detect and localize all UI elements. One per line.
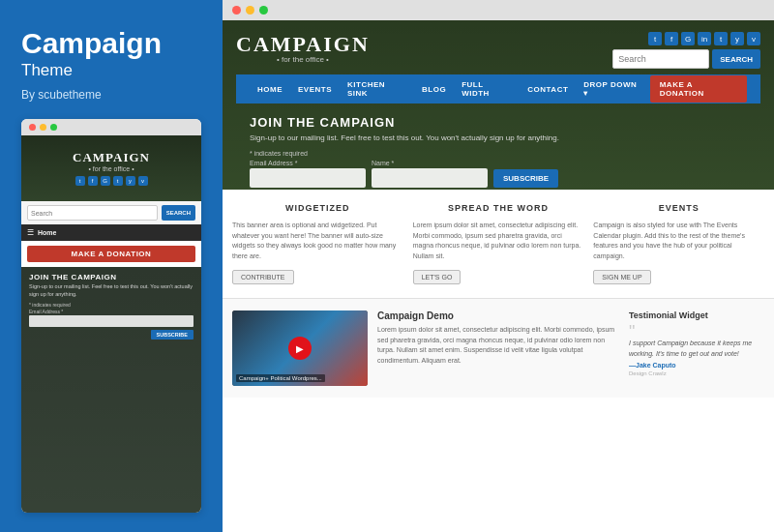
mini-dot-yellow [40,124,46,131]
mini-social-google[interactable]: G [101,176,110,186]
site-header-inner: CAMPAIGN • for the office • t f G in t y… [223,20,774,190]
mini-hamburger-icon[interactable]: ☰ [27,228,34,237]
site-social-linkedin[interactable]: in [698,32,711,45]
mini-nav-home[interactable]: Home [38,229,56,236]
site-name-label: Name * [372,160,488,166]
mini-social-facebook[interactable]: f [88,176,98,186]
site-social-tumblr2[interactable]: t [714,32,728,45]
site-donate-button[interactable]: MAKE A DONATION [650,75,747,103]
site-nav-home[interactable]: HOME [250,79,290,100]
site-logo-area: CAMPAIGN • for the office • [236,32,370,64]
demo-title: Campaign Demo [377,310,619,321]
mini-campaign-title: CAMPAIGN [29,150,194,165]
mini-search-row: SEARCH [21,201,201,224]
site-header: CAMPAIGN • for the office • t f G in t y… [223,20,774,190]
mini-email-label: Email Address * [29,309,194,314]
testimonial-col: Testimonial Widget " I support Campaign … [629,310,764,386]
col-widgetized-title: WIDGETIZED [232,203,403,213]
site-top-right: t f G in t y v SEARCH [612,32,760,69]
browser-toolbar [223,0,774,20]
col-events-btn[interactable]: SIGN ME UP [593,270,650,284]
demo-text: Lorem ipsum dolor sit amet, consectetur … [377,325,619,366]
site-form-row: Email Address * Name * SUBSCRIBE [250,160,747,188]
site-nav-events[interactable]: EVENTS [290,79,340,100]
col-events-title: EVENTS [593,203,764,213]
col-events: EVENTS Campaign is also styled for use w… [593,203,764,284]
mini-browser-bar [21,119,201,135]
website-mockup: CAMPAIGN • for the office • t f G in t y… [223,20,774,532]
site-nav: HOME EVENTS KITCHEN SINK BLOG FULL WIDTH… [236,74,760,103]
mini-donate-button[interactable]: MAKE A DONATION [27,246,195,262]
testimonial-quote: I support Campaign because it keeps me w… [629,339,764,359]
mini-nav-row: ☰ Home [21,224,201,241]
mini-subscribe-button[interactable]: SUBSCRIBE [151,330,194,340]
site-nav-dropdown[interactable]: DROP DOWN ▾ [576,74,649,103]
mini-email-input[interactable] [29,315,194,327]
mini-social-icons: t f G t y v [29,176,194,186]
right-panel: CAMPAIGN • for the office • t f G in t y… [223,0,774,532]
mini-search-input[interactable] [27,205,158,221]
mini-hero-section: JOIN THE CAMPAIGN Sign-up to our mailing… [21,267,201,513]
video-label: Campaign+ Political Wordpres... [236,374,325,382]
site-name-input[interactable] [372,168,488,188]
bottom-section: ▶ Campaign+ Political Wordpres... Campai… [223,299,774,398]
site-social-vimeo[interactable]: v [747,32,760,45]
left-title: Campaign [21,27,201,59]
mini-social-twitter[interactable]: t [75,176,85,186]
design-crawl-label: Design Crawlz [629,370,764,376]
col-spread-btn[interactable]: LET'S GO [413,270,461,284]
col-spread-title: SPREAD THE WORD [413,203,584,213]
site-social-google[interactable]: G [681,32,695,45]
site-hero: JOIN THE CAMPAIGN Sign-up to our mailing… [236,103,760,190]
col-spread-text: Lorem ipsum dolor sit amet, consectetur … [413,221,584,261]
site-form-required: * indicates required [250,150,747,157]
site-campaign-title: CAMPAIGN [236,32,370,57]
browser-dot-yellow [246,6,254,15]
site-top-row: CAMPAIGN • for the office • t f G in t y… [236,32,760,69]
mini-join-text: Sign-up to our mailing list. Feel free t… [29,283,194,298]
site-nav-kitchen[interactable]: KITCHEN SINK [340,74,414,103]
site-name-field: Name * [372,160,488,188]
site-nav-contact[interactable]: CONTACT [520,79,576,100]
site-nav-fullwidth[interactable]: FULL WIDTH [454,74,520,103]
mini-social-vimeo[interactable]: v [138,176,148,186]
site-email-input[interactable] [250,168,366,188]
col-widgetized: WIDGETIZED This banner area is optional … [232,203,403,284]
quote-open-icon: " [629,325,764,339]
site-social-youtube[interactable]: y [730,32,744,45]
site-join-text: Sign-up to our mailing list. Feel free t… [250,133,747,144]
site-search-button[interactable]: SEARCH [712,49,760,69]
mini-social-youtube[interactable]: y [126,176,135,186]
left-panel: Campaign Theme By scubetheme CAMPAIGN • … [0,0,223,532]
mini-browser-mockup: CAMPAIGN • for the office • t f G t y v … [21,119,201,513]
mini-social-tumblr[interactable]: t [113,176,123,186]
col-widgetized-btn[interactable]: CONTRIBUTE [232,270,294,284]
mini-dot-green [50,124,57,131]
demo-text-col: Campaign Demo Lorem ipsum dolor sit amet… [377,310,619,386]
col-spread: SPREAD THE WORD Lorem ipsum dolor sit am… [413,203,584,284]
testimonial-author: —Jake Caputo [629,362,764,369]
mini-search-button[interactable]: SEARCH [162,205,195,221]
site-email-label: Email Address * [250,160,366,166]
site-search-row: SEARCH [612,49,760,69]
site-email-field: Email Address * [250,160,366,188]
site-social-row: t f G in t y v [648,32,760,45]
left-author: By scubetheme [21,88,201,102]
video-block[interactable]: ▶ Campaign+ Political Wordpres... [232,310,368,386]
video-play-button[interactable]: ▶ [288,337,312,360]
three-col-section: WIDGETIZED This banner area is optional … [223,190,774,299]
mini-form-required: * indicates required [29,302,194,308]
site-search-input[interactable] [612,49,709,69]
left-subtitle: Theme [21,61,201,80]
site-subscribe-button[interactable]: SUBSCRIBE [493,169,558,188]
testimonial-title: Testimonial Widget [629,310,764,320]
col-widgetized-text: This banner area is optional and widgeti… [232,221,403,261]
site-social-facebook[interactable]: f [665,32,678,45]
mini-dot-red [29,124,36,131]
site-social-twitter[interactable]: t [648,32,662,45]
site-join-title: JOIN THE CAMPAIGN [250,115,747,130]
mini-site-header: CAMPAIGN • for the office • t f G t y v [21,135,201,201]
site-nav-blog[interactable]: BLOG [414,79,454,100]
browser-dot-red [232,6,241,15]
mini-join-title: JOIN THE CAMPAIGN [29,273,194,281]
